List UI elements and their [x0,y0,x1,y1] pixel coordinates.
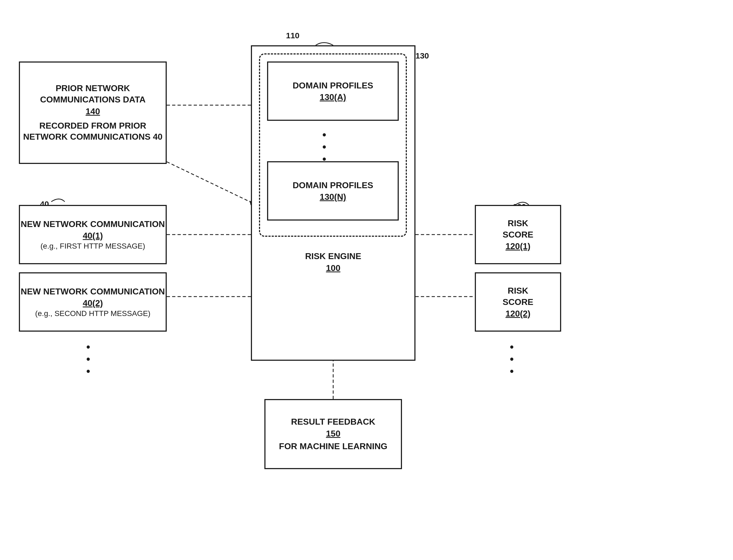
risk-engine-label: RISK ENGINE 100 [251,251,416,273]
dots-bottom-left: ••• [86,341,91,377]
domain-profiles-n-box: DOMAIN PROFILES 130(N) [267,161,399,221]
risk-score-1-box: RISK SCORE 120(1) [475,205,561,264]
dots-domain-profiles: ••• [322,129,327,165]
svg-line-2 [167,162,251,202]
domain-profiles-a-box: DOMAIN PROFILES 130(A) [267,61,399,121]
ref-130: 130 [416,51,429,60]
ref-110: 110 [286,31,299,40]
new-network-2-box: NEW NETWORK COMMUNICATION 40(2) (e.g., S… [19,272,167,332]
diagram: 110 130 40 120 RISK ENGINE 100 DOMAIN PR… [0,0,733,560]
dots-bottom-right: ••• [510,341,515,377]
risk-score-2-box: RISK SCORE 120(2) [475,272,561,332]
new-network-1-box: NEW NETWORK COMMUNICATION 40(1) (e.g., F… [19,205,167,264]
result-feedback-box: RESULT FEEDBACK 150 FOR MACHINE LEARNING [264,399,402,469]
prior-network-box: PRIOR NETWORK COMMUNICATIONS DATA 140 RE… [19,61,167,164]
